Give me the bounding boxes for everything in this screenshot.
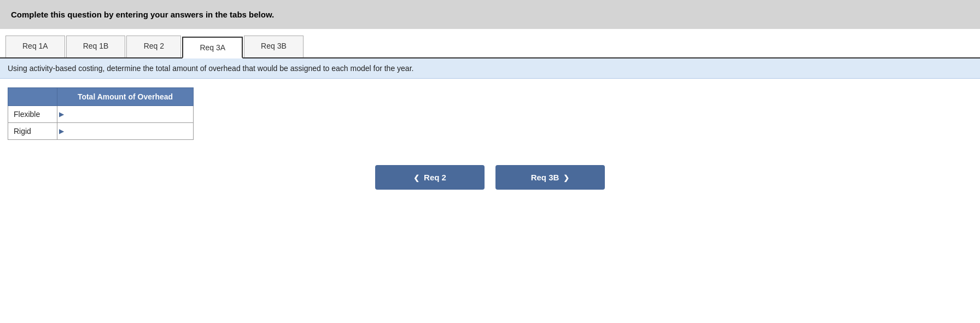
next-chevron-icon [563, 173, 569, 182]
tab-req1b[interactable]: Req 1B [66, 36, 126, 57]
tab-req1a[interactable]: Req 1A [5, 36, 65, 57]
bottom-nav: Req 2 Req 3B [0, 149, 980, 201]
row-label-rigid: Rigid [8, 123, 57, 140]
prev-button[interactable]: Req 2 [375, 165, 485, 190]
input-arrow-icon-flexible: ▶ [57, 106, 64, 122]
next-button-label: Req 3B [531, 173, 559, 182]
instruction-bar: Complete this question by entering your … [0, 0, 980, 29]
tab-req3a[interactable]: Req 3A [182, 37, 243, 58]
table-header-empty [8, 88, 57, 106]
overhead-input-rigid[interactable] [64, 123, 193, 139]
row-label-flexible: Flexible [8, 106, 57, 123]
description-bar: Using activity-based costing, determine … [0, 58, 980, 79]
input-cell-rigid[interactable]: ▶ [57, 123, 194, 140]
next-button[interactable]: Req 3B [495, 165, 605, 190]
instruction-text: Complete this question by entering your … [11, 10, 274, 19]
prev-chevron-icon [413, 173, 419, 182]
description-text: Using activity-based costing, determine … [8, 64, 413, 73]
tab-req3b[interactable]: Req 3B [244, 36, 304, 57]
prev-button-label: Req 2 [424, 173, 446, 182]
input-cell-flexible[interactable]: ▶ [57, 106, 194, 123]
content-area: Total Amount of Overhead Flexible▶Rigid▶ [0, 79, 980, 149]
tab-req2[interactable]: Req 2 [126, 36, 181, 57]
table-row: Rigid▶ [8, 123, 194, 140]
table-column-header: Total Amount of Overhead [57, 88, 194, 106]
tabs-container: Req 1AReq 1BReq 2Req 3AReq 3B [0, 29, 980, 58]
overhead-table: Total Amount of Overhead Flexible▶Rigid▶ [8, 87, 194, 140]
input-arrow-icon-rigid: ▶ [57, 123, 64, 139]
overhead-input-flexible[interactable] [64, 106, 193, 122]
table-row: Flexible▶ [8, 106, 194, 123]
